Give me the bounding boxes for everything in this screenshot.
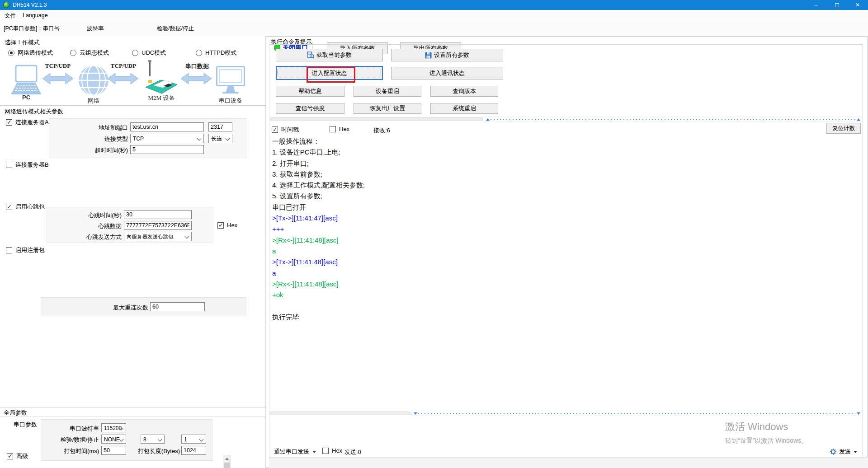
heartbeat-checkbox[interactable]	[6, 204, 12, 210]
log-hex-checkbox-row[interactable]: Hex	[330, 126, 349, 132]
splitter-handle[interactable]	[411, 411, 862, 416]
parity-label: 检验/数据/停止	[157, 25, 194, 33]
splitter-collapse-icon	[857, 118, 860, 121]
conn-type-select[interactable]: TCP	[130, 134, 204, 143]
reset-count-button[interactable]: 复位计数	[826, 123, 861, 134]
log-line: >[Tx->][11:41:47][asc]	[272, 213, 861, 224]
link3-label: 串口数据	[179, 62, 215, 70]
via-serial-label: 通过串口发送	[274, 448, 309, 456]
workmode-option-4[interactable]: HTTPD模式	[196, 49, 236, 57]
log-line: 5. 设置所有参数;	[272, 191, 861, 201]
help-button[interactable]: 帮助信息	[276, 86, 344, 97]
server-port-input[interactable]	[208, 122, 232, 131]
log-line: 1. 设备连PC串口,上电;	[272, 147, 861, 158]
splitter-dots	[418, 413, 855, 414]
send-hex-checkbox[interactable]	[322, 448, 329, 454]
scroll-up-icon[interactable]	[223, 455, 230, 462]
splitter-handle[interactable]	[484, 117, 862, 122]
send-gear-icon	[830, 449, 836, 455]
get-params-icon	[307, 51, 314, 59]
factory-reset-button[interactable]: 恢复出厂设置	[354, 103, 421, 114]
register-checkbox[interactable]	[6, 247, 12, 253]
app-icon	[3, 2, 9, 8]
pack-time-input[interactable]	[101, 446, 126, 455]
log-line: >[Tx->][11:41:48][asc]	[272, 257, 861, 267]
log-line: 执行完毕	[272, 312, 861, 323]
gp-baud-label: 串口波特率	[41, 425, 99, 433]
log-line: 4. 选择工作模式,配置相关参数;	[272, 180, 861, 191]
hb-hex-checkbox[interactable]	[217, 222, 224, 229]
scrollbar-thumb[interactable]	[224, 463, 230, 468]
maximize-button[interactable]	[826, 0, 847, 10]
send-hex-checkbox-row[interactable]: Hex	[322, 447, 342, 454]
heartbeat-checkbox-row[interactable]: 启用心跳包	[6, 203, 45, 211]
hb-data-input[interactable]	[124, 221, 192, 230]
timestamp-checkbox[interactable]	[272, 126, 278, 133]
net-params-title: 网络透传模式相关参数	[5, 108, 63, 116]
enter-comm-button[interactable]: 进入通讯状态	[391, 67, 503, 80]
timestamp-checkbox-row[interactable]: 时间戳	[272, 126, 299, 134]
gp-databits-select[interactable]: 8	[141, 435, 165, 444]
workmode-option-3[interactable]: UDC模式	[132, 49, 166, 57]
hb-time-input[interactable]	[124, 210, 192, 219]
splitter-track[interactable]	[270, 412, 410, 415]
register-checkbox-row[interactable]: 启用注册包	[6, 246, 45, 254]
gp-parity-select[interactable]: NONE	[101, 435, 126, 444]
send-button[interactable]: 发送	[830, 448, 857, 456]
get-params-button[interactable]: 获取当前参数	[276, 49, 383, 61]
log-line: a	[272, 246, 861, 257]
signal-strength-button[interactable]: 查信号强度	[276, 103, 344, 114]
workmode-option-label: 云组态模式	[80, 49, 109, 57]
pack-len-label: 打包长度(Bytes)	[125, 447, 180, 455]
log-line: +++	[272, 224, 861, 234]
query-version-button[interactable]: 查询版本	[430, 86, 498, 97]
gp-stopbits-select[interactable]: 1	[181, 435, 206, 444]
radio-icon	[70, 50, 76, 56]
system-reboot-button[interactable]: 系统重启	[430, 103, 498, 114]
hb-time-label: 心跳时间(秒)	[47, 211, 122, 220]
log-hex-checkbox[interactable]	[330, 126, 336, 132]
workmode-option-2[interactable]: 云组态模式	[70, 49, 109, 57]
server-a-checkbox-row[interactable]: 连接服务器A	[6, 118, 49, 126]
workmode-option-1[interactable]: 网络透传模式	[8, 49, 53, 57]
advanced-checkbox[interactable]	[7, 453, 13, 459]
hb-hex-checkbox-row[interactable]: Hex	[217, 222, 237, 229]
close-button[interactable]: ✕	[847, 0, 868, 10]
splitter-dots	[491, 119, 855, 120]
splitter-track[interactable]	[270, 117, 483, 121]
enter-config-button[interactable]: 进入配置状态	[276, 66, 383, 80]
via-serial-dropdown[interactable]: 通过串口发送	[274, 448, 316, 456]
command-panel-title: 执行命令及提示	[271, 38, 312, 46]
reconnect-panel: 最大重连次数	[41, 297, 246, 316]
recv-count: 接收:6	[373, 126, 390, 135]
menu-bar: 文件 Language	[0, 10, 868, 20]
set-params-button[interactable]: 设置所有参数	[391, 49, 503, 61]
menu-item-file[interactable]: 文件	[2, 11, 19, 21]
minimize-button[interactable]	[806, 0, 826, 10]
server-b-checkbox-row[interactable]: 连接服务器B	[6, 161, 49, 169]
advanced-checkbox-row[interactable]: 高级	[7, 452, 28, 460]
server-addr-input[interactable]	[130, 122, 204, 131]
sent-count: 发送:0	[344, 448, 361, 456]
reconnect-input[interactable]	[150, 302, 205, 311]
server-a-checkbox[interactable]	[6, 119, 12, 126]
pack-len-input[interactable]	[181, 446, 206, 455]
left-scrollbar[interactable]	[223, 455, 231, 468]
timeout-input[interactable]	[130, 145, 204, 154]
server-b-checkbox[interactable]	[6, 162, 12, 168]
device-reboot-button[interactable]: 设备重启	[354, 86, 421, 97]
menu-item-language[interactable]: Language	[20, 11, 51, 19]
log-line: >[Rx<-][11:41:48][asc]	[272, 235, 861, 246]
m2m-label: M2M 设备	[141, 94, 182, 102]
heartbeat-label: 启用心跳包	[15, 203, 45, 211]
conn-mode-select[interactable]: 长连	[208, 134, 232, 143]
log-line: 串口已打开	[272, 202, 861, 213]
hb-mode-select[interactable]: 向服务器发送心跳包	[124, 232, 192, 241]
left-panel: 选择工作模式 网络透传模式云组态模式UDC模式HTTPD模式 TCP/UDP	[0, 36, 266, 468]
app-window: DR514 V2.1.3 ✕ 文件 Language [PC串口参数]：串口号 …	[0, 0, 868, 468]
link2-label: TCP/UDP	[105, 62, 142, 70]
log-output[interactable]: 一般操作流程：1. 设备连PC串口,上电;2. 打开串口;3. 获取当前参数;4…	[270, 136, 861, 410]
send-textarea[interactable]	[270, 417, 861, 445]
server-a-panel: 地址和端口 连接类型 TCP 长连 超时时间(秒)	[49, 118, 246, 158]
gp-baud-select[interactable]: 115200	[101, 423, 126, 432]
